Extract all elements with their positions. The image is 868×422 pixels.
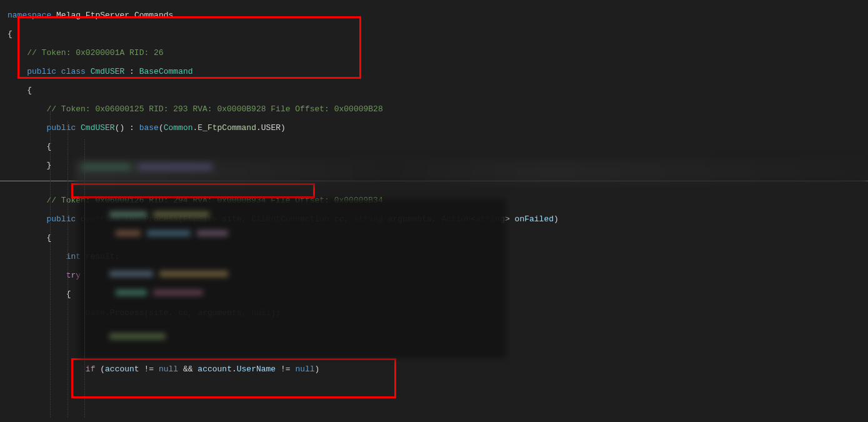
- code-line: namespace Melag.FtpServer.Commands: [7, 11, 868, 20]
- blurred-region-2: [78, 199, 506, 358]
- code-line: {: [7, 86, 868, 95]
- code-line: public class CmdUSER : BaseCommand: [7, 67, 868, 76]
- code-line: {: [7, 29, 868, 39]
- code-line: {: [7, 142, 868, 151]
- code-line: public CmdUSER() : base(Common.E_FtpComm…: [7, 123, 868, 133]
- code-line: if (account != null && account.UserName …: [7, 364, 868, 374]
- code-editor[interactable]: namespace Melag.FtpServer.Commands { // …: [0, 0, 868, 179]
- code-line: // Token: 0x0200001A RID: 26: [7, 48, 868, 58]
- code-line: // Token: 0x06000125 RID: 293 RVA: 0x000…: [7, 104, 868, 114]
- blurred-region-1: [75, 160, 868, 184]
